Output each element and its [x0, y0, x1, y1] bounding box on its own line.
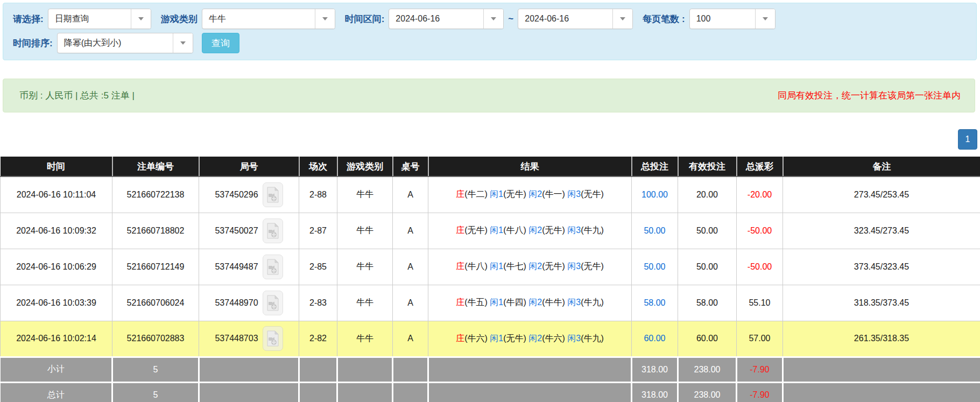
total-row-valid-bet: 238.00 — [678, 382, 737, 402]
round-no-text: 537448970 — [215, 298, 258, 308]
page-size-select[interactable]: 100 — [689, 9, 775, 29]
subtotal-row-empty — [393, 357, 428, 382]
cell-round-no: 537448970 — [199, 285, 299, 321]
game-type-select[interactable]: 牛牛 — [202, 9, 335, 29]
chevron-down-icon[interactable] — [612, 9, 632, 29]
cell-valid-bet: 50.00 — [678, 249, 737, 285]
round-no-wrap: 537450027 — [199, 218, 299, 243]
bet-records-table: 时间注单编号局号场次游戏类别桌号结果总投注有效投注总派彩备注 2024-06-1… — [0, 157, 980, 402]
result-player-value: (无牛) — [581, 262, 604, 271]
cell-round-no: 537450027 — [199, 213, 299, 249]
column-header-5: 桌号 — [393, 157, 428, 177]
result-player-label: 闲3 — [567, 225, 581, 235]
column-header-8: 有效投注 — [678, 157, 737, 177]
total-row-payout: -7.90 — [737, 382, 783, 402]
result-player-value: (牛七) — [503, 262, 528, 271]
table-row: 2024-06-16 10:11:04521660722138537450296… — [1, 177, 980, 213]
round-no-wrap: 537450296 — [199, 182, 299, 207]
caret-glyph — [763, 17, 768, 20]
date-to-select[interactable]: 2024-06-16 — [518, 9, 633, 29]
summary-bar: 币别 : 人民币 | 总共 :5 注单 | 同局有效投注，统一计算在该局第一张注… — [3, 79, 975, 112]
column-header-2: 局号 — [199, 157, 299, 177]
cell-result: 庄(牛八) 闲1(牛七) 闲2(无牛) 闲3(无牛) — [428, 249, 632, 285]
search-button[interactable]: 查询 — [202, 33, 239, 53]
cell-time: 2024-06-16 10:09:32 — [1, 213, 112, 249]
sort-select[interactable]: 降幂(由大到小) — [57, 33, 193, 53]
cell-game-type: 牛牛 — [337, 285, 393, 321]
video-icon — [266, 259, 279, 275]
video-icon — [266, 295, 279, 311]
result-player-value: (牛六) — [542, 334, 567, 343]
chevron-down-icon[interactable] — [315, 9, 335, 29]
table-row: 2024-06-16 10:03:39521660706024537448970… — [1, 285, 980, 321]
result-player-label: 闲2 — [528, 262, 542, 271]
cell-total-bet: 50.00 — [632, 249, 678, 285]
result-banker-label: 庄 — [456, 262, 464, 271]
round-no-wrap: 537449487 — [199, 255, 299, 279]
cell-game-type: 牛牛 — [337, 249, 393, 285]
video-replay-button[interactable] — [263, 326, 283, 351]
video-replay-button[interactable] — [263, 182, 283, 207]
subtotal-row-valid-bet: 238.00 — [678, 357, 737, 382]
cell-game-type: 牛牛 — [337, 321, 393, 357]
chevron-down-icon[interactable] — [173, 33, 193, 53]
page-size-label: 每页笔数 : — [643, 13, 685, 25]
round-no-wrap: 537448703 — [199, 326, 299, 351]
result-player-value: (牛九) — [581, 334, 604, 343]
column-header-4: 游戏类别 — [337, 157, 393, 177]
result-banker-label: 庄 — [456, 189, 464, 199]
video-replay-button[interactable] — [263, 255, 283, 279]
table-row: 2024-06-16 10:06:29521660712149537449487… — [1, 249, 980, 285]
total-row-empty — [199, 382, 299, 402]
cell-time: 2024-06-16 10:11:04 — [1, 177, 112, 213]
result-player-label: 闲1 — [490, 334, 503, 343]
video-replay-button[interactable] — [263, 218, 283, 243]
game-type-label: 游戏类别 — [161, 13, 198, 25]
sort-label: 时间排序: — [13, 37, 53, 50]
filter-row-2: 时间排序: 降幂(由大到小) 查询 — [11, 33, 969, 53]
video-replay-button[interactable] — [263, 291, 283, 315]
date-from-select[interactable]: 2024-06-16 — [389, 9, 504, 29]
result-banker-value: (牛六) — [464, 334, 490, 343]
result-banker-label: 庄 — [456, 225, 464, 235]
chevron-down-icon[interactable] — [755, 9, 775, 29]
round-no-text: 537450296 — [215, 190, 258, 200]
cell-remark: 273.45/253.45 — [783, 177, 980, 213]
result-banker-value: (无牛) — [464, 225, 490, 235]
cell-valid-bet: 58.00 — [678, 285, 737, 321]
cell-total-bet: 50.00 — [632, 213, 678, 249]
result-player-value: (无牛) — [503, 189, 528, 199]
subtotal-row-empty — [428, 357, 632, 382]
pagination: 1 — [0, 112, 980, 150]
column-header-0: 时间 — [1, 157, 112, 177]
cell-valid-bet: 20.00 — [678, 177, 737, 213]
video-icon — [266, 330, 279, 347]
cell-session: 2-83 — [299, 285, 337, 321]
cell-bet-no: 521660718802 — [112, 213, 199, 249]
result-player-label: 闲3 — [567, 262, 581, 271]
result-player-value: (牛九) — [581, 225, 604, 235]
total-row-empty — [393, 382, 428, 402]
cell-round-no: 537448703 — [199, 321, 299, 357]
result-player-value: (牛九) — [581, 298, 604, 307]
result-player-label: 闲1 — [490, 225, 503, 235]
subtotal-row: 小计5318.00238.00-7.90 — [1, 357, 980, 382]
chevron-down-icon[interactable] — [131, 9, 151, 29]
result-player-value: (无牛) — [542, 225, 567, 235]
chevron-down-icon[interactable] — [483, 9, 503, 29]
query-type-select[interactable]: 日期查询 — [48, 9, 151, 29]
result-player-label: 闲2 — [528, 189, 542, 199]
tilde-separator: ~ — [508, 13, 513, 24]
cell-remark: 261.35/318.35 — [783, 321, 980, 357]
page: 请选择: 日期查询 游戏类别 牛牛 时间区间: 2024-06-16 ~ 202… — [0, 3, 980, 402]
page-button-1[interactable]: 1 — [958, 129, 977, 150]
cell-remark: 373.45/323.45 — [783, 249, 980, 285]
round-no-text: 537450027 — [215, 226, 258, 236]
cell-table-no: A — [393, 321, 428, 357]
cell-time: 2024-06-16 10:02:14 — [1, 321, 112, 357]
cell-total-bet: 60.00 — [632, 321, 678, 357]
subtotal-row-empty — [337, 357, 393, 382]
cell-table-no: A — [393, 213, 428, 249]
subtotal-row-count: 5 — [112, 357, 199, 382]
subtotal-row-empty — [783, 357, 980, 382]
